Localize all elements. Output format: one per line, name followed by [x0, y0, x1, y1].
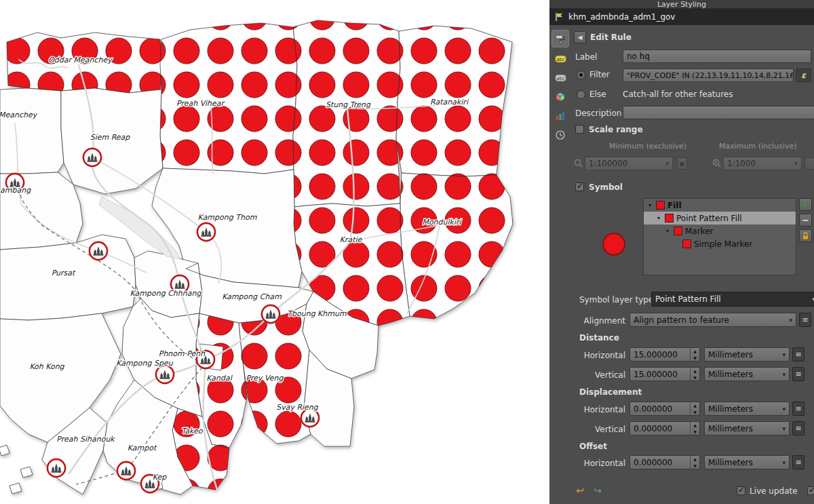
history-tab-icon[interactable] [551, 126, 569, 144]
province-label: Kampong Speu [116, 359, 173, 368]
chevron-down-icon: ▾ [809, 296, 814, 303]
else-caption: Else [589, 89, 606, 100]
map-scale-icon: ▣ [680, 161, 685, 167]
displacement-vertical-unit-dropdown[interactable]: Millimeters ▾ [704, 421, 790, 435]
spin-down-icon[interactable]: ▼ [691, 429, 699, 435]
displacement-horizontal-unit-dropdown[interactable]: Millimeters ▾ [704, 402, 790, 416]
lock-symbol-color-button[interactable] [799, 229, 812, 242]
maximum-scale-combo[interactable]: 1:1000 ▾ [723, 157, 802, 170]
else-radio[interactable] [577, 90, 585, 99]
map-canvas[interactable]: Oddar MeancheyMeancheySiem ReapPreah Vih… [0, 0, 549, 504]
displacement-vertical-spinbox[interactable]: 0.000000 ▲▼ [629, 421, 700, 435]
distance-vertical-spinbox[interactable]: 15.000000 ▲▼ [629, 367, 700, 381]
chevron-down-icon: ▾ [779, 351, 786, 358]
chevron-down-icon: ▾ [792, 160, 798, 167]
displacement-horizontal-data-defined-button[interactable]: ≡ [792, 402, 805, 416]
filter-radio[interactable] [577, 71, 585, 79]
spin-up-icon[interactable]: ▲ [691, 402, 699, 409]
svg-text:abc: abc [556, 76, 565, 81]
spin-arrows[interactable]: ▲▼ [690, 456, 699, 469]
symbol-layer-type-dropdown[interactable]: Point Pattern Fill ▾ [651, 292, 814, 307]
symbol-swatch [656, 201, 665, 210]
spin-down-icon[interactable]: ▼ [691, 463, 699, 469]
tree-expander-icon[interactable]: ▾ [664, 228, 671, 234]
3d-view-tab-icon[interactable] [551, 88, 569, 106]
scale-min-magnifier-icon [574, 159, 583, 168]
symbol-tree-item-simple-marker[interactable]: Simple Marker [644, 237, 796, 250]
alignment-data-defined-button[interactable]: ≡ [799, 313, 811, 327]
tree-expander-icon[interactable]: ▾ [646, 202, 653, 208]
spin-arrows[interactable]: ▲▼ [690, 368, 699, 381]
set-max-to-current-button[interactable] [805, 157, 814, 170]
panel-edge-checkbox[interactable] [807, 486, 814, 495]
province-mondulkiri[interactable] [400, 173, 513, 319]
symbol-checkbox[interactable] [575, 182, 584, 191]
displacement-vertical-data-defined-button[interactable]: ≡ [792, 421, 805, 435]
displacement-horizontal-spinbox[interactable]: 0.000000 ▲▼ [629, 402, 700, 416]
spin-down-icon[interactable]: ▼ [691, 355, 699, 362]
province-label: Meanchey [0, 111, 38, 119]
province-banteay-meanchey[interactable] [0, 88, 64, 174]
symbol-tree-item-marker[interactable]: ▾Marker [644, 225, 796, 237]
description-input[interactable] [623, 106, 814, 119]
scale-range-caption: Scale range [589, 124, 643, 135]
distance-horizontal-unit: Millimeters [708, 350, 753, 360]
tree-expander-icon[interactable]: ▾ [655, 215, 662, 221]
spin-arrows[interactable]: ▲▼ [690, 348, 699, 361]
live-update-checkbox[interactable] [737, 486, 745, 495]
symbology-tab-icon[interactable] [551, 30, 569, 47]
filter-expression-input[interactable]: "PROV_CODE" IN (22,13,19,11,10,14,8,21,1… [623, 69, 794, 82]
spin-up-icon[interactable]: ▲ [691, 348, 699, 355]
hq-marker [117, 461, 136, 481]
back-button[interactable]: ◀ [574, 31, 586, 43]
add-symbol-layer-button[interactable]: + [799, 198, 812, 211]
remove-symbol-layer-button[interactable]: − [799, 214, 812, 227]
masks-tab-icon[interactable]: abc [551, 69, 569, 87]
expression-builder-button[interactable]: ε [796, 69, 811, 82]
redo-style-button[interactable]: ↪ [592, 484, 604, 497]
offset-horizontal-unit-dropdown[interactable]: Millimeters ▾ [704, 455, 790, 469]
province-label: Svay Rieng [276, 403, 319, 412]
undo-style-button[interactable]: ↩ [574, 484, 586, 497]
spin-up-icon[interactable]: ▲ [691, 368, 699, 374]
displacement-vertical-caption: Vertical [568, 424, 625, 435]
distance-vertical-unit-dropdown[interactable]: Millimeters ▾ [704, 367, 790, 381]
spin-up-icon[interactable]: ▲ [691, 422, 699, 429]
symbol-tree-item-point-pattern-fill[interactable]: ▾Point Pattern Fill [644, 212, 796, 225]
distance-vertical-unit: Millimeters [708, 370, 753, 379]
alignment-dropdown[interactable]: Align pattern to feature ▾ [629, 313, 796, 327]
distance-horizontal-unit-dropdown[interactable]: Millimeters ▾ [704, 347, 790, 362]
offset-horizontal-spinbox[interactable]: 0.000000 ▲▼ [629, 455, 700, 469]
distance-vertical-caption: Vertical [568, 370, 625, 381]
displacement-horizontal-caption: Horizontal [568, 404, 625, 415]
spin-down-icon[interactable]: ▼ [691, 409, 699, 416]
distance-horizontal-data-defined-button[interactable]: ≡ [792, 347, 805, 362]
maximum-scale-value: 1:1000 [727, 159, 756, 168]
spin-down-icon[interactable]: ▼ [691, 374, 699, 381]
scale-range-checkbox[interactable] [575, 125, 584, 134]
symbol-swatch [674, 227, 682, 235]
layer-selector[interactable]: khm_admbnda_adm1_gov [549, 9, 814, 25]
distance-vertical-data-defined-button[interactable]: ≡ [792, 367, 805, 381]
island [20, 467, 33, 478]
diagrams-tab-icon[interactable] [551, 107, 569, 125]
distance-vertical-value: 15.000000 [634, 370, 678, 379]
spin-arrows[interactable]: ▲▼ [690, 422, 699, 435]
offset-horizontal-data-defined-button[interactable]: ≡ [792, 455, 805, 469]
island [9, 483, 22, 494]
distance-horizontal-spinbox[interactable]: 15.000000 ▲▼ [629, 347, 700, 362]
displacement-horizontal-value: 0.000000 [634, 404, 672, 414]
symbol-tree-item-fill[interactable]: ▾Fill [644, 199, 796, 212]
symbol-swatch [665, 214, 674, 222]
spin-up-icon[interactable]: ▲ [691, 456, 699, 463]
province-stung-treng[interactable] [293, 20, 400, 207]
label-input[interactable]: no hq [623, 50, 811, 63]
province-label: Kandal [206, 374, 233, 383]
minimum-scale-combo[interactable]: 1:100000 ▾ [585, 157, 673, 170]
province-preah-vihear[interactable] [160, 23, 297, 174]
live-update-caption: Live update [750, 486, 798, 497]
set-min-to-current-button[interactable]: ▣ [677, 157, 687, 170]
spin-arrows[interactable]: ▲▼ [690, 402, 699, 415]
offset-horizontal-unit: Millimeters [708, 458, 753, 467]
labels-tab-icon[interactable]: abc [551, 50, 569, 68]
